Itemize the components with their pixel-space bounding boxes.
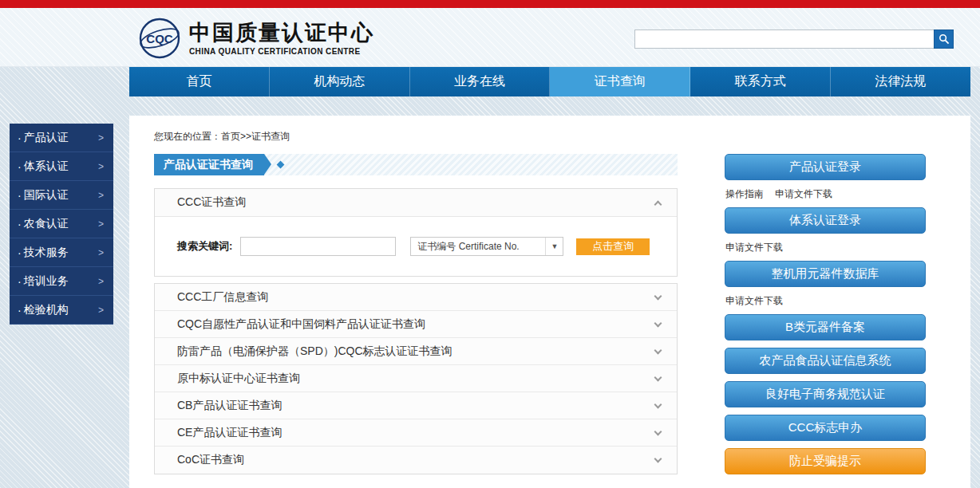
- cqc-logo-text: CQC: [146, 32, 173, 45]
- keyword-input[interactable]: [240, 237, 396, 256]
- ccc-search-form: 搜索关键词: 证书编号 Certificate No. ▼ 点击查询: [155, 216, 677, 276]
- nav-item-laws[interactable]: 法律法规: [831, 67, 970, 96]
- component-database-button[interactable]: 整机用元器件数据库: [725, 261, 926, 287]
- accordion-header-label: 原中标认证中心证书查询: [177, 372, 300, 386]
- nav-item-contact[interactable]: 联系方式: [690, 67, 831, 96]
- chevron-right-icon: >: [98, 305, 104, 316]
- accordion-header-ce[interactable]: CE产品认证证书查询: [155, 419, 677, 447]
- ecommerce-certification-button[interactable]: 良好电子商务规范认证: [725, 381, 926, 407]
- operation-guide-link[interactable]: 操作指南: [725, 187, 764, 201]
- nav-item-online-business[interactable]: 业务在线: [410, 67, 551, 96]
- query-submit-button[interactable]: 点击查询: [576, 238, 650, 255]
- accordion-header-label: CQC自愿性产品认证和中国饲料产品认证证书查询: [177, 317, 425, 332]
- bullet-icon: ·: [18, 304, 22, 317]
- sidebar-item-system-certification[interactable]: · 体系认证 >: [10, 152, 113, 181]
- breadcrumb-prefix: 您现在的位置：: [154, 131, 221, 142]
- nav-item-certificate-query[interactable]: 证书查询: [550, 67, 690, 96]
- accordion-header-ccc-factory[interactable]: CCC工厂信息查询: [155, 284, 677, 311]
- ccc-mark-application-button[interactable]: CCC标志申办: [725, 415, 926, 441]
- header: CQC 中国质量认证中心 CHINA QUALITY CERTIFICATION…: [0, 8, 980, 67]
- chevron-down-icon: [654, 455, 662, 463]
- chevron-right-icon: >: [98, 132, 104, 144]
- fraud-prevention-button[interactable]: 防止受骗提示: [725, 448, 926, 474]
- sidebar-item-label: 体系认证: [24, 159, 69, 174]
- chevron-down-icon: [654, 292, 662, 300]
- bullet-icon: ·: [18, 189, 22, 202]
- section-banner-row: 产品认证证书查询: [154, 154, 678, 175]
- brand-text: 中国质量认证中心 CHINA QUALITY CERTIFICATION CEN…: [189, 21, 374, 55]
- accordion-expanded-section: CCC证书查询 搜索关键词: 证书编号 Certificate No. ▼ 点击…: [154, 188, 678, 277]
- chevron-right-icon: >: [98, 247, 104, 258]
- chevron-down-icon: [654, 373, 662, 381]
- chevron-right-icon: >: [98, 190, 104, 201]
- nav-item-home[interactable]: 首页: [129, 67, 270, 96]
- accordion-header-ccc-certificate[interactable]: CCC证书查询: [155, 189, 677, 216]
- bullet-icon: ·: [18, 275, 22, 288]
- accordion-header-spd[interactable]: 防雷产品（电涌保护器（SPD）)CQC标志认证证书查询: [155, 338, 677, 365]
- sidebar-item-label: 国际认证: [24, 188, 69, 203]
- agrifood-info-system-button[interactable]: 农产品食品认证信息系统: [725, 348, 926, 374]
- sidebar-item-training[interactable]: · 培训业务 >: [10, 267, 113, 296]
- chevron-down-icon: [654, 427, 662, 435]
- nav-item-news[interactable]: 机构动态: [270, 67, 410, 96]
- header-search: [634, 30, 954, 49]
- cqc-logo-icon: CQC: [138, 17, 181, 60]
- sidebar-item-label: 检验机构: [24, 303, 69, 317]
- sidebar-item-inspection-body[interactable]: · 检验机构 >: [10, 296, 113, 325]
- keyword-label: 搜索关键词:: [177, 239, 232, 254]
- links-row-1: 操作指南 申请文件下载: [725, 187, 926, 201]
- main-nav: 首页 机构动态 业务在线 证书查询 联系方式 法律法规: [129, 67, 970, 96]
- banner-dot-icon: [277, 161, 285, 169]
- accordion-header-label: CCC工厂信息查询: [177, 290, 268, 305]
- accordion-header-coc[interactable]: CoC证书查询: [155, 447, 677, 474]
- sidebar-item-label: 农食认证: [24, 217, 69, 231]
- sidebar-item-label: 技术服务: [24, 246, 69, 260]
- sidebar-item-international-certification[interactable]: · 国际认证 >: [10, 181, 113, 210]
- chevron-right-icon: >: [98, 161, 104, 172]
- select-dropdown-icon: ▼: [545, 238, 563, 255]
- search-button[interactable]: [934, 30, 954, 49]
- breadcrumb-path[interactable]: 首页>>证书查询: [221, 131, 290, 142]
- brand-logo-block[interactable]: CQC 中国质量认证中心 CHINA QUALITY CERTIFICATION…: [138, 17, 374, 60]
- chevron-down-icon: [654, 346, 662, 354]
- product-certification-login-button[interactable]: 产品认证登录: [725, 154, 926, 180]
- page: CQC 中国质量认证中心 CHINA QUALITY CERTIFICATION…: [0, 0, 980, 488]
- chevron-right-icon: >: [98, 218, 104, 230]
- brand-title-cn: 中国质量认证中心: [189, 21, 374, 45]
- bullet-icon: ·: [18, 246, 22, 259]
- chevron-down-icon: [654, 319, 662, 327]
- accordion-header-cqc-voluntary[interactable]: CQC自愿性产品认证和中国饲料产品认证证书查询: [155, 311, 677, 338]
- links-row-3: 申请文件下载: [725, 294, 926, 308]
- accordion-collapsed-list: CCC工厂信息查询 CQC自愿性产品认证和中国饲料产品认证证书查询 防雷产品（电…: [154, 283, 678, 474]
- sidebar-item-technical-services[interactable]: · 技术服务 >: [10, 238, 113, 267]
- class-b-component-filing-button[interactable]: B类元器件备案: [725, 314, 926, 340]
- chevron-up-icon: [654, 200, 662, 208]
- application-download-link[interactable]: 申请文件下载: [775, 187, 832, 201]
- chevron-right-icon: >: [98, 276, 104, 287]
- accordion-header-label: 防雷产品（电涌保护器（SPD）)CQC标志认证证书查询: [177, 344, 452, 359]
- application-download-link[interactable]: 申请文件下载: [725, 241, 783, 254]
- bullet-icon: ·: [18, 132, 22, 144]
- sidebar-item-label: 培训业务: [24, 274, 69, 289]
- sidebar: · 产品认证 > · 体系认证 > · 国际认证 > · 农食认证 > · 技术…: [10, 124, 113, 325]
- bullet-icon: ·: [18, 160, 22, 173]
- sidebar-item-label: 产品认证: [24, 131, 69, 145]
- breadcrumb: 您现在的位置：首页>>证书查询: [154, 130, 290, 144]
- top-red-bar: [0, 0, 980, 8]
- certificate-type-select[interactable]: 证书编号 Certificate No. ▼: [410, 237, 563, 256]
- select-value: 证书编号 Certificate No.: [417, 240, 519, 254]
- search-input[interactable]: [634, 30, 934, 49]
- accordion-header-label: CCC证书查询: [177, 195, 246, 210]
- bullet-icon: ·: [18, 218, 22, 230]
- sidebar-item-agrifood-certification[interactable]: · 农食认证 >: [10, 210, 113, 238]
- application-download-link[interactable]: 申请文件下载: [725, 294, 783, 308]
- sidebar-item-product-certification[interactable]: · 产品认证 >: [10, 124, 113, 152]
- search-icon: [939, 33, 950, 45]
- accordion-header-label: CoC证书查询: [177, 453, 244, 467]
- accordion-header-cb[interactable]: CB产品认证证书查询: [155, 392, 677, 419]
- system-certification-login-button[interactable]: 体系认证登录: [725, 207, 926, 234]
- links-row-2: 申请文件下载: [725, 241, 926, 254]
- certificate-query-accordion: CCC证书查询 搜索关键词: 证书编号 Certificate No. ▼ 点击…: [154, 188, 678, 474]
- page-title: 产品认证证书查询: [154, 154, 264, 175]
- accordion-header-former-cec[interactable]: 原中标认证中心证书查询: [155, 365, 677, 392]
